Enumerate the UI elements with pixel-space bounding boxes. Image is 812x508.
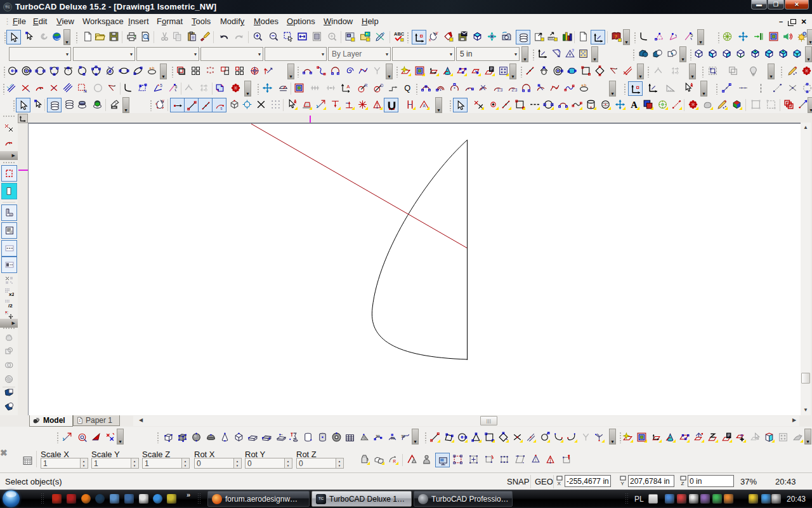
svg-text:X: X	[558, 481, 561, 486]
svg-text:Z: Z	[681, 481, 684, 486]
svg-text:Y: Y	[621, 481, 625, 486]
